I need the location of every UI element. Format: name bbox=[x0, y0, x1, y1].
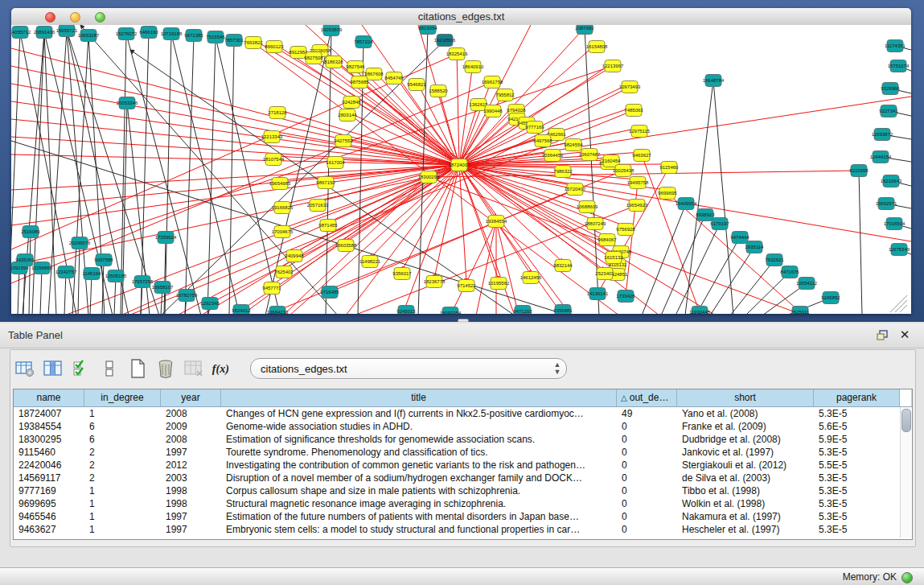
table-row[interactable]: 1456911722003Disruption of a novel membe… bbox=[14, 472, 912, 484]
table-cell[interactable]: 0 bbox=[617, 433, 677, 446]
table-cell[interactable]: 5.3E-5 bbox=[814, 407, 900, 420]
table-cell[interactable]: 9777169 bbox=[14, 484, 84, 497]
column-visibility-button[interactable] bbox=[42, 357, 64, 380]
table-cell[interactable]: Tourette syndrome. Phenomenology and cla… bbox=[221, 446, 617, 459]
table-cell[interactable]: 1 bbox=[84, 523, 161, 536]
network-window-titlebar[interactable]: citations_edges.txt bbox=[11, 8, 911, 26]
table-row[interactable]: 1938455462009Genome-wide association stu… bbox=[14, 420, 912, 433]
table-cell[interactable]: 5.3E-5 bbox=[814, 510, 900, 523]
table-scrollbar-thumb[interactable] bbox=[901, 409, 911, 432]
column-header-short[interactable]: short bbox=[677, 389, 814, 406]
table-cell[interactable]: Corpus callosum shape and size in male p… bbox=[221, 484, 617, 497]
column-header-pagerank[interactable]: pagerank bbox=[814, 389, 900, 406]
function-builder-button[interactable]: f(x) bbox=[211, 357, 233, 380]
table-cell[interactable]: Wolkin et al. (1998) bbox=[677, 497, 814, 510]
table-cell[interactable]: Estimation of the future numbers of pati… bbox=[221, 510, 617, 523]
column-header-name[interactable]: name bbox=[14, 389, 84, 406]
table-cell[interactable]: 9463627 bbox=[14, 523, 84, 536]
table-row[interactable]: 946554611997Estimation of the future num… bbox=[14, 510, 912, 523]
table-cell[interactable]: 0 bbox=[617, 523, 677, 536]
table-cell[interactable]: 2 bbox=[84, 472, 161, 484]
table-cell[interactable]: Embryonic stem cells: a model to study s… bbox=[221, 523, 617, 536]
table-cell[interactable]: 1998 bbox=[161, 484, 221, 497]
table-row[interactable]: 946362711997Embryonic stem cells: a mode… bbox=[14, 523, 912, 536]
table-cell[interactable]: 1997 bbox=[161, 523, 221, 536]
table-cell[interactable]: 0 bbox=[617, 484, 677, 497]
table-cell[interactable]: Dudbridge et al. (2008) bbox=[677, 433, 814, 446]
table-cell[interactable]: 14569117 bbox=[14, 472, 84, 484]
table-cell[interactable]: Franke et al. (2009) bbox=[677, 420, 814, 433]
table-cell[interactable]: Jankovic et al. (1997) bbox=[677, 446, 814, 459]
table-cell[interactable]: 6 bbox=[84, 420, 161, 433]
table-cell[interactable]: 18724007 bbox=[14, 407, 84, 420]
close-panel-icon[interactable]: ✕ bbox=[898, 328, 911, 341]
new-table-button[interactable] bbox=[126, 357, 149, 380]
table-cell[interactable]: de Silva et al. (2003) bbox=[677, 472, 814, 484]
table-cell[interactable]: 0 bbox=[617, 446, 677, 459]
table-row[interactable]: 1830029562008Estimation of significance … bbox=[14, 433, 912, 446]
column-header-in_degree[interactable]: in_degree bbox=[84, 389, 161, 406]
table-cell[interactable]: Hescheler et al. (1997) bbox=[677, 523, 814, 536]
table-cell[interactable]: 1998 bbox=[161, 497, 221, 510]
row-selection-button[interactable] bbox=[70, 357, 92, 380]
table-cell[interactable]: Changes of HCN gene expression and I(f) … bbox=[221, 407, 617, 420]
table-cell[interactable]: 18300295 bbox=[14, 433, 84, 446]
table-settings-button[interactable] bbox=[14, 357, 36, 380]
table-cell[interactable]: 1997 bbox=[161, 510, 221, 523]
table-row[interactable]: 977716911998Corpus callosum shape and si… bbox=[14, 484, 912, 497]
table-cell[interactable]: 0 bbox=[617, 472, 677, 484]
table-cell[interactable]: 0 bbox=[617, 459, 677, 472]
table-cell[interactable]: 19384554 bbox=[14, 420, 84, 433]
table-cell[interactable]: Investigating the contribution of common… bbox=[221, 459, 617, 472]
import-table-button[interactable] bbox=[183, 357, 205, 380]
table-cell[interactable]: Stergiakouli et al. (2012) bbox=[677, 459, 814, 472]
table-cell[interactable]: 1 bbox=[84, 497, 161, 510]
table-cell[interactable]: 5.3E-5 bbox=[814, 484, 900, 497]
table-cell[interactable]: Structural magnetic resonance image aver… bbox=[221, 497, 617, 510]
table-cell[interactable]: 5.5E-5 bbox=[814, 459, 900, 472]
delete-table-button[interactable] bbox=[154, 357, 177, 380]
table-cell[interactable]: 1997 bbox=[161, 446, 221, 459]
table-cell[interactable]: 2 bbox=[84, 446, 161, 459]
table-cell[interactable]: 2008 bbox=[161, 433, 221, 446]
table-cell[interactable]: 22420046 bbox=[14, 459, 84, 472]
compact-table-button[interactable] bbox=[98, 357, 121, 380]
table-cell[interactable]: 9465546 bbox=[14, 510, 84, 523]
table-cell[interactable]: 2003 bbox=[161, 472, 221, 484]
table-cell[interactable]: 1 bbox=[84, 484, 161, 497]
table-row[interactable]: 1872400712008Changes of HCN gene express… bbox=[14, 407, 912, 420]
column-header-title[interactable]: title bbox=[221, 389, 617, 406]
table-row[interactable]: 911546021997Tourette syndrome. Phenomeno… bbox=[14, 446, 912, 459]
table-cell[interactable]: 2009 bbox=[161, 420, 221, 433]
table-cell[interactable]: 1 bbox=[84, 510, 161, 523]
table-cell[interactable]: 9115460 bbox=[14, 446, 84, 459]
column-header-out_de[interactable]: △out_de… bbox=[617, 389, 677, 406]
table-cell[interactable]: 0 bbox=[617, 497, 677, 510]
column-header-year[interactable]: year bbox=[161, 389, 221, 406]
table-source-dropdown[interactable]: citations_edges.txt ▲▼ bbox=[250, 358, 567, 379]
table-cell[interactable]: 5.3E-5 bbox=[814, 497, 900, 510]
table-cell[interactable]: 49 bbox=[617, 407, 677, 420]
table-cell[interactable]: 5.6E-5 bbox=[814, 420, 900, 433]
table-cell[interactable]: Nakamura et al. (1997) bbox=[677, 510, 814, 523]
table-cell[interactable]: 5.3E-5 bbox=[814, 446, 900, 459]
table-row[interactable]: 969969511998Structural magnetic resonanc… bbox=[14, 497, 912, 510]
table-cell[interactable]: 5.3E-5 bbox=[814, 523, 900, 536]
table-cell[interactable]: Genome-wide association studies in ADHD. bbox=[221, 420, 617, 433]
table-scrollbar[interactable] bbox=[900, 407, 911, 538]
resize-grip-icon[interactable] bbox=[895, 300, 907, 312]
table-cell[interactable]: Estimation of significance thresholds fo… bbox=[221, 433, 617, 446]
table-cell[interactable]: 0 bbox=[617, 420, 677, 433]
table-cell[interactable]: 2008 bbox=[161, 407, 221, 420]
network-canvas[interactable]: 1405571220891436169557211065328715276072… bbox=[11, 25, 911, 314]
table-cell[interactable]: 6 bbox=[84, 433, 161, 446]
table-row[interactable]: 2242004622012Investigating the contribut… bbox=[14, 459, 912, 472]
table-cell[interactable]: Disruption of a novel member of a sodium… bbox=[221, 472, 617, 484]
table-cell[interactable]: 2012 bbox=[161, 459, 221, 472]
table-cell[interactable]: 0 bbox=[617, 510, 677, 523]
table-cell[interactable]: Yano et al. (2008) bbox=[677, 407, 814, 420]
resize-grip-icon[interactable] bbox=[890, 295, 907, 312]
table-cell[interactable]: 1 bbox=[84, 407, 161, 420]
float-panel-icon[interactable] bbox=[876, 329, 889, 342]
table-cell[interactable]: 2 bbox=[84, 459, 161, 472]
